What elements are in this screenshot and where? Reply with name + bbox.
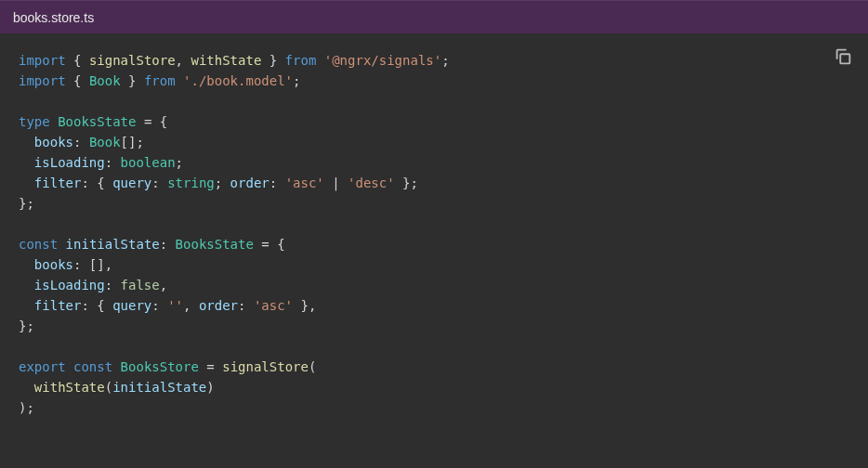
- code-token: [19, 176, 34, 190]
- code-token: ,: [183, 298, 199, 313]
- code-token: query: [112, 298, 151, 313]
- code-token: }: [121, 73, 144, 88]
- code-token: ;: [215, 176, 230, 190]
- code-token: :: [238, 298, 254, 313]
- code-token: [50, 114, 58, 129]
- code-token: };: [395, 176, 418, 190]
- code-token: [19, 155, 34, 170]
- code-token: BooksState: [176, 237, 254, 252]
- code-token: signalStore: [222, 359, 309, 374]
- code-token: : [],: [73, 257, 112, 272]
- titlebar: books.store.ts: [0, 0, 868, 33]
- code-token: books: [34, 257, 73, 272]
- code-token: order: [199, 298, 238, 313]
- code-token: signalStore: [89, 53, 176, 68]
- code-token: : {: [81, 298, 112, 313]
- code-token: };: [19, 318, 34, 333]
- code-token: ): [206, 380, 214, 395]
- code-token: :: [151, 298, 167, 313]
- code-token: [19, 257, 34, 272]
- code-token: [58, 237, 65, 252]
- code-token: filter: [34, 298, 82, 313]
- code-token: 'asc': [254, 298, 293, 313]
- code-token: filter: [34, 176, 82, 190]
- code-token: const: [19, 237, 58, 252]
- code-token: [19, 298, 34, 313]
- code-token: [66, 359, 73, 374]
- code-token: import: [19, 53, 66, 68]
- code-token: = {: [254, 237, 285, 252]
- copy-button[interactable]: [833, 46, 853, 67]
- code-token: Book: [89, 135, 121, 150]
- code-token: BooksState: [58, 114, 136, 129]
- code-token: from: [285, 53, 317, 68]
- svg-rect-0: [840, 54, 849, 63]
- code-token: :: [105, 278, 121, 292]
- code-token: books: [34, 135, 73, 150]
- code-token: false: [121, 278, 160, 292]
- code-token: import: [19, 73, 66, 88]
- code-token: ;: [176, 155, 183, 170]
- code-token: './book.model': [183, 73, 293, 88]
- code-token: '@ngrx/signals': [324, 53, 441, 68]
- code-token: from: [144, 73, 176, 88]
- code-token: },: [293, 298, 316, 313]
- code-token: :: [151, 176, 167, 190]
- code-token: [112, 359, 120, 374]
- code-token: Book: [89, 73, 121, 88]
- code-token: withState: [34, 380, 105, 395]
- code-token: }: [261, 53, 284, 68]
- code-token: isLoading: [34, 155, 105, 170]
- code-token: 'asc': [285, 176, 324, 190]
- code-token: order: [230, 176, 270, 190]
- code-token: (: [105, 380, 112, 395]
- code-token: type: [19, 114, 50, 129]
- code-token: ;: [293, 73, 300, 88]
- code-token: = {: [136, 114, 167, 129]
- code-token: isLoading: [34, 278, 105, 292]
- code-token: =: [199, 359, 222, 374]
- code-token: export: [19, 359, 66, 374]
- file-name: books.store.ts: [13, 10, 94, 25]
- code-token: BooksStore: [121, 359, 199, 374]
- code-token: initialState: [112, 380, 206, 395]
- code-token: [19, 135, 34, 150]
- code-token: };: [19, 196, 34, 211]
- code-token: [19, 278, 34, 292]
- code-block[interactable]: import { signalStore, withState } from '…: [19, 50, 849, 418]
- code-token: ;: [441, 53, 449, 68]
- code-token: [316, 53, 323, 68]
- code-token: );: [19, 400, 34, 415]
- code-token: initialState: [66, 237, 160, 252]
- code-token: [176, 73, 183, 88]
- code-token: ,: [176, 53, 191, 68]
- code-token: 'desc': [348, 176, 395, 190]
- code-token: :: [160, 237, 176, 252]
- code-token: const: [73, 359, 112, 374]
- code-token: boolean: [121, 155, 176, 170]
- code-token: :: [270, 176, 285, 190]
- code-token: {: [66, 73, 89, 88]
- code-token: [19, 380, 34, 395]
- code-token: {: [66, 53, 89, 68]
- code-token: [];: [121, 135, 144, 150]
- code-token: : {: [81, 176, 112, 190]
- code-token: :: [73, 135, 89, 150]
- code-token: :: [105, 155, 121, 170]
- code-token: withState: [191, 53, 261, 68]
- code-token: query: [112, 176, 151, 190]
- copy-icon: [833, 46, 853, 67]
- code-token: (: [309, 359, 316, 374]
- code-token: |: [324, 176, 348, 190]
- code-area: import { signalStore, withState } from '…: [0, 33, 868, 468]
- code-token: '': [167, 298, 183, 313]
- code-token: string: [167, 176, 215, 190]
- code-token: ,: [160, 278, 167, 292]
